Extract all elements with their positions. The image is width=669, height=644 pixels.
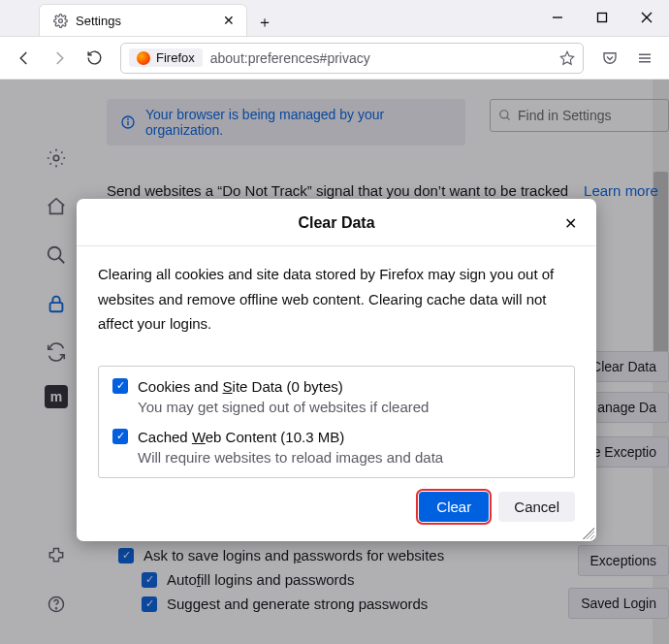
clear-button[interactable]: Clear	[419, 492, 489, 522]
maximize-button[interactable]	[580, 0, 624, 36]
checkbox-icon: ✓	[112, 429, 128, 444]
svg-point-0	[59, 18, 63, 22]
pocket-button[interactable]	[595, 44, 624, 73]
reload-button[interactable]	[80, 44, 109, 73]
tab-title: Settings	[76, 14, 213, 28]
cache-option[interactable]: ✓ Cached Web Content (10.3 MB)	[112, 429, 560, 445]
minimize-button[interactable]	[535, 0, 580, 36]
resize-handle[interactable]	[583, 528, 594, 539]
bookmark-star-icon[interactable]	[559, 50, 575, 66]
cookies-subtext: You may get signed out of websites if cl…	[138, 399, 560, 415]
back-button[interactable]	[10, 44, 39, 73]
browser-tab[interactable]: Settings ✕	[39, 4, 247, 36]
tab-close-button[interactable]: ✕	[221, 13, 237, 28]
cookies-option[interactable]: ✓ Cookies and Site Data (0 bytes)	[112, 378, 560, 395]
forward-button[interactable]	[45, 44, 74, 73]
identity-box[interactable]: Firefox	[129, 48, 203, 67]
url-text: about:preferences#privacy	[210, 50, 370, 66]
cache-label: Cached Web Content (10.3 MB)	[138, 429, 344, 445]
firefox-icon	[137, 51, 150, 65]
dialog-title: Clear Data	[113, 214, 559, 232]
cookies-label: Cookies and Site Data (0 bytes)	[138, 378, 343, 395]
gear-icon	[53, 14, 68, 28]
dialog-close-button[interactable]: ✕	[559, 212, 581, 234]
dialog-intro-text: Clearing all cookies and site data store…	[77, 246, 596, 352]
dialog-header: Clear Data ✕	[77, 199, 596, 246]
window-close-button[interactable]	[624, 0, 669, 36]
cancel-button[interactable]: Cancel	[498, 492, 575, 522]
url-bar[interactable]: Firefox about:preferences#privacy	[120, 43, 584, 74]
new-tab-button[interactable]: ＋	[251, 9, 278, 36]
window-controls	[535, 0, 669, 36]
identity-label: Firefox	[156, 50, 195, 65]
nav-toolbar: Firefox about:preferences#privacy	[0, 37, 669, 80]
dialog-footer: Clear Cancel	[77, 478, 596, 535]
titlebar: Settings ✕ ＋	[0, 0, 669, 37]
clear-data-dialog: Clear Data ✕ Clearing all cookies and si…	[77, 199, 596, 541]
cache-subtext: Will require websites to reload images a…	[138, 449, 560, 466]
svg-rect-2	[598, 14, 607, 22]
checkbox-icon: ✓	[112, 378, 128, 394]
clear-options: ✓ Cookies and Site Data (0 bytes) You ma…	[98, 366, 575, 478]
app-menu-button[interactable]	[630, 44, 659, 73]
